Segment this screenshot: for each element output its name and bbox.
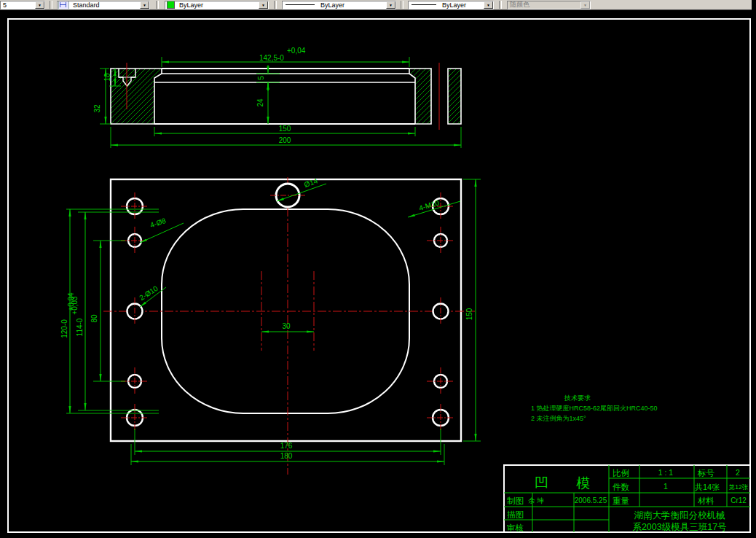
chevron-down-icon[interactable]: ▼ — [259, 1, 268, 9]
dim-150h-value: 150 — [465, 308, 473, 320]
color-swatch-icon — [167, 1, 175, 9]
check-label: 审核 — [507, 523, 524, 532]
material-label: 材料 — [698, 496, 714, 505]
org-line-2: 系2003级模具三班17号 — [632, 522, 726, 532]
chevron-down-icon: ▼ — [580, 1, 590, 9]
autocad-window: 5 ▼ Standard ▼ ByLayer ▼ ByLayer ▼ ByLay… — [0, 0, 756, 538]
dim-30-value: 30 — [282, 322, 291, 330]
layer-combo[interactable]: 5 ▼ — [0, 1, 45, 9]
color-combo-value: ByLayer — [177, 1, 259, 9]
qty-value: 1 — [664, 482, 668, 491]
material-value: Cr12 — [731, 496, 747, 504]
trace-label: 描图 — [507, 510, 524, 519]
dim-step-value: 5 — [257, 76, 265, 80]
dim-120-value: 120-0 — [60, 319, 68, 338]
linetype-combo[interactable]: ByLayer ▼ — [282, 1, 396, 9]
dim-style-combo[interactable]: Standard ▼ — [57, 1, 150, 9]
lineweight-preview-icon — [412, 4, 436, 5]
toolbar-separator — [50, 1, 52, 9]
plotstyle-combo: 随颜色 ▼ — [507, 1, 591, 9]
layer-combo-value: 5 — [1, 1, 35, 9]
dim-style-value: Standard — [71, 1, 140, 9]
toolbar-separator — [156, 1, 159, 9]
dim-142-5-tol: +0,04 — [287, 47, 306, 55]
dim-176-value: 176 — [280, 442, 293, 450]
label-screw-holes: 4-Ø8 — [149, 217, 168, 230]
toolbar: 5 ▼ Standard ▼ ByLayer ▼ ByLayer ▼ ByLay… — [0, 0, 752, 10]
sheets-total: 共14张 — [694, 483, 720, 491]
plotstyle-combo-value: 随颜色 — [508, 1, 580, 9]
toolbar-separator — [499, 1, 502, 9]
linetype-combo-value: ByLayer — [318, 1, 386, 9]
tech-req-note-1: 1 热处理硬度HRC58-62尾部回火HRC40-50 — [531, 405, 658, 412]
color-combo[interactable]: ByLayer ▼ — [165, 1, 269, 9]
dim-200-value: 200 — [279, 136, 291, 144]
sheet-index: 第12张 — [729, 483, 749, 491]
lineweight-combo[interactable]: ByLayer ▼ — [408, 1, 494, 9]
dim-142-5-value: 142,5-0 — [259, 54, 284, 62]
tech-req-note-2: 2 未注倒角为1x45° — [531, 415, 586, 422]
dim-24-value: 24 — [256, 98, 264, 107]
scale-label: 比例 — [613, 469, 629, 477]
drawn-label: 制图 — [507, 496, 524, 505]
tech-req-title: 技术要求 — [564, 394, 591, 402]
org-line-1: 湖南大学衡阳分校机械 — [634, 510, 726, 521]
plan-view: Ø14 4-M10 4-Ø8 2-Ø10 30 120-0 +0,04 114-… — [60, 176, 481, 475]
section-hatch-right-a — [409, 69, 431, 124]
dim-180-value: 180 — [280, 452, 293, 460]
section-view: +0,04 142,5-0 5 24 10 32 150 200 — [93, 47, 461, 148]
dim-10-value: 10 — [103, 73, 111, 82]
toolbar-separator — [401, 1, 403, 9]
dim-80-value: 80 — [90, 314, 98, 323]
dim-32-value: 32 — [93, 104, 101, 113]
dim-114-value: 114-0 — [76, 318, 84, 336]
chevron-down-icon[interactable]: ▼ — [35, 1, 44, 9]
chevron-down-icon[interactable]: ▼ — [484, 1, 493, 9]
technical-requirements: 技术要求 1 热处理硬度HRC58-62尾部回火HRC40-50 2 未注倒角为… — [531, 394, 658, 422]
chevron-down-icon[interactable]: ▼ — [386, 1, 395, 9]
lineweight-combo-value: ByLayer — [440, 1, 484, 9]
dim-150w-value: 150 — [279, 125, 291, 133]
section-hatch-right-b — [448, 69, 461, 124]
toolbar-separator — [274, 1, 277, 9]
qty-label: 件数 — [613, 483, 630, 491]
drawing-canvas[interactable]: +0,04 142,5-0 5 24 10 32 150 200 — [0, 9, 756, 538]
dim-style-icon — [58, 1, 69, 9]
weight-label: 重量 — [613, 496, 630, 505]
drawn-name: 余 坤 — [528, 496, 544, 504]
drawn-date: 2006.5.25 — [575, 496, 607, 504]
scale-value: 1 : 1 — [658, 468, 674, 477]
part-name: 凹模 — [535, 475, 618, 491]
mark-value: 2 — [736, 468, 740, 477]
title-block: 凹模 比例 1 : 1 标号 2 件数 1 共14张 第12张 制图 余 坤 2… — [503, 465, 750, 532]
dim-114-tol: +0,03 — [71, 296, 79, 315]
chevron-down-icon[interactable]: ▼ — [140, 1, 149, 9]
linetype-preview-icon — [286, 4, 315, 5]
mark-label: 标号 — [697, 469, 715, 477]
label-dowel-holes: 2-Ø10 — [138, 284, 160, 303]
